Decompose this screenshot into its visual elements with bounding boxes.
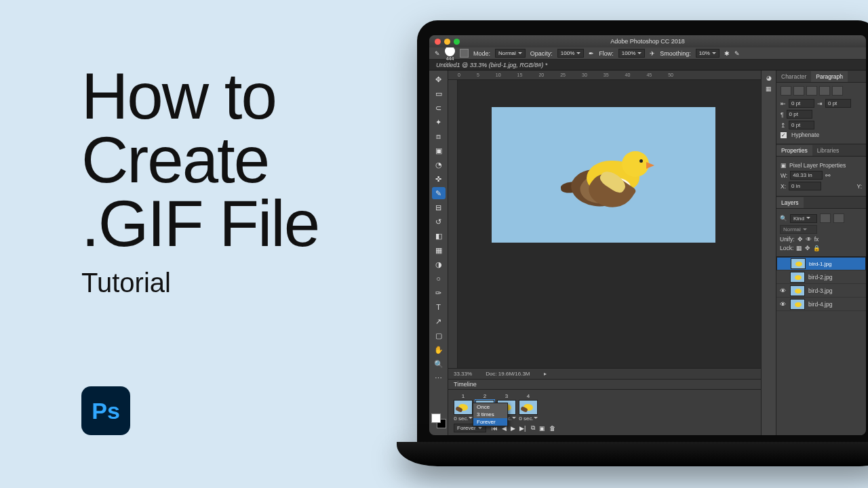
zoom-tool-icon[interactable]: 🔍 (432, 358, 446, 370)
layer-blend-select[interactable]: Normal (780, 225, 817, 234)
doc-size: Doc: 19.6M/16.3M (486, 371, 530, 377)
photoshop-logo-badge: Ps (81, 386, 130, 435)
color-panel-icon[interactable]: ◕ (766, 75, 772, 81)
type-tool-icon[interactable]: T (432, 301, 446, 313)
status-arrow-icon[interactable]: ▸ (544, 371, 547, 377)
layer-row[interactable]: 👁bird-4.jpg (776, 298, 866, 311)
align-right-icon[interactable] (806, 86, 817, 96)
photoshop-window: Adobe Photoshop CC 2018 ✎ 444 Mode: Norm… (429, 35, 866, 435)
align-left-icon[interactable] (781, 86, 791, 96)
edit-toolbar-icon[interactable]: ⋯ (432, 372, 446, 384)
play-icon[interactable]: ▶ (511, 425, 515, 432)
loop-menu[interactable]: Once3 timesForever (473, 403, 508, 426)
path-tool-icon[interactable]: ↗ (432, 315, 446, 327)
color-swatches[interactable] (431, 413, 446, 428)
hand-tool-icon[interactable]: ✋ (432, 344, 446, 356)
hyphenate-checkbox[interactable]: ✓ (781, 132, 787, 138)
app-title: Adobe Photoshop CC 2018 (429, 38, 866, 45)
visibility-icon[interactable] (780, 274, 787, 281)
brush-settings-icon[interactable] (460, 49, 469, 58)
frame-tool-icon[interactable]: ▣ (432, 144, 446, 157)
visibility-icon[interactable]: 👁 (780, 301, 787, 308)
justify-left-icon[interactable] (819, 86, 830, 96)
visibility-icon[interactable]: 👁 (780, 287, 787, 294)
brush-tool-icon[interactable]: ✎ (432, 187, 446, 199)
layers-panel-header: 🔍 Kind Normal Unify: (776, 209, 866, 257)
gradient-tool-icon[interactable]: ▦ (432, 244, 446, 256)
filter-pixel-icon[interactable] (820, 214, 831, 223)
lock-pixels-icon[interactable]: ▦ (796, 245, 802, 251)
document-tab[interactable]: Untitled1 @ 33.3% (bird-1.jpg, RGB/8#) * (429, 60, 866, 70)
blur-tool-icon[interactable]: ◑ (432, 258, 446, 270)
width-field[interactable]: 48.33 in (790, 171, 823, 180)
filter-adjust-icon[interactable] (833, 214, 844, 223)
visibility-icon[interactable] (781, 260, 787, 267)
next-frame-icon[interactable]: ▶| (519, 425, 526, 432)
loop-option[interactable]: Forever (473, 418, 507, 426)
promo-subtitle: Tutorial (81, 268, 319, 298)
x-field[interactable]: 0 in (789, 182, 821, 190)
eraser-tool-icon[interactable]: ◧ (432, 230, 446, 242)
ruler-horizontal[interactable]: 05101520253035404550 (448, 70, 761, 80)
opacity-select[interactable]: 100% (557, 49, 584, 58)
character-tab[interactable]: Character (776, 71, 811, 82)
heal-tool-icon[interactable]: ✜ (432, 173, 446, 185)
zoom-level[interactable]: 33.33% (454, 371, 472, 377)
swatches-panel-icon[interactable]: ▦ (766, 85, 772, 92)
tween-icon[interactable]: ⧉ (531, 424, 535, 432)
layer-row[interactable]: 👁bird-3.jpg (776, 284, 866, 298)
unify-style-icon[interactable]: fx (814, 236, 819, 243)
lock-all-icon[interactable]: 🔒 (813, 245, 821, 251)
justify-icon[interactable] (832, 86, 843, 96)
libraries-tab[interactable]: Libraries (812, 145, 844, 156)
history-brush-icon[interactable]: ↺ (432, 216, 446, 228)
new-frame-icon[interactable]: ▣ (539, 425, 545, 432)
layer-filter-select[interactable]: Kind (790, 214, 817, 223)
align-center-icon[interactable] (793, 86, 804, 96)
layer-row[interactable]: bird-2.jpg (776, 270, 866, 284)
frame-4[interactable]: 40 sec. (519, 393, 538, 422)
layers-tab[interactable]: Layers (776, 197, 804, 208)
pressure-opacity-icon[interactable]: ✒ (589, 50, 594, 57)
unify-position-icon[interactable]: ✥ (797, 236, 803, 243)
canvas-area[interactable] (458, 80, 761, 368)
pixel-layer-icon: ▣ (781, 162, 787, 169)
stamp-tool-icon[interactable]: ⊟ (432, 201, 446, 214)
indent-first-field[interactable]: 0 pt (787, 110, 812, 119)
blend-mode-select[interactable]: Normal (495, 49, 526, 58)
pixel-layer-label: Pixel Layer Properties (789, 162, 846, 169)
eyedropper-tool-icon[interactable]: ◔ (432, 159, 446, 171)
pen-tool-icon[interactable]: ✑ (432, 287, 446, 299)
layer-row[interactable]: bird-1.jpg (776, 257, 866, 270)
lock-position-icon[interactable]: ✥ (805, 245, 810, 251)
link-wh-icon[interactable]: ⚯ (825, 172, 831, 179)
shape-tool-icon[interactable]: ▢ (432, 329, 446, 342)
crop-tool-icon[interactable]: ⧈ (432, 130, 446, 142)
ruler-vertical[interactable] (448, 80, 458, 368)
smoothing-select[interactable]: 10% (696, 49, 719, 58)
smoothing-options-icon[interactable]: ✱ (724, 50, 730, 57)
pressure-size-icon[interactable]: ✎ (734, 50, 740, 57)
lasso-tool-icon[interactable]: ⊂ (432, 102, 446, 114)
indent-right-field[interactable]: 0 pt (825, 99, 851, 108)
space-before-field[interactable]: 0 pt (789, 121, 814, 129)
airbrush-icon[interactable]: ✈ (650, 50, 655, 57)
move-tool-icon[interactable]: ✥ (432, 73, 446, 85)
headline-line1: How to (81, 60, 276, 132)
loop-option[interactable]: 3 times (473, 411, 507, 418)
delete-frame-icon[interactable]: 🗑 (549, 425, 555, 432)
indent-left-field[interactable]: 0 pt (789, 99, 814, 108)
properties-tab[interactable]: Properties (776, 145, 812, 156)
marquee-tool-icon[interactable]: ▭ (432, 87, 446, 100)
loop-option[interactable]: Once (473, 403, 507, 411)
flow-select[interactable]: 100% (618, 49, 645, 58)
wand-tool-icon[interactable]: ✦ (432, 116, 446, 128)
document-canvas[interactable] (492, 107, 715, 243)
collapsed-panel-icons: ◕ ▦ (762, 70, 776, 435)
paragraph-tab[interactable]: Paragraph (811, 71, 848, 82)
foreground-color-swatch[interactable] (431, 413, 441, 423)
unify-visibility-icon[interactable]: 👁 (806, 236, 812, 243)
frame-1[interactable]: 10 sec. (454, 393, 473, 422)
brush-tool-icon[interactable]: ✎ (435, 50, 440, 57)
dodge-tool-icon[interactable]: ○ (432, 272, 446, 285)
